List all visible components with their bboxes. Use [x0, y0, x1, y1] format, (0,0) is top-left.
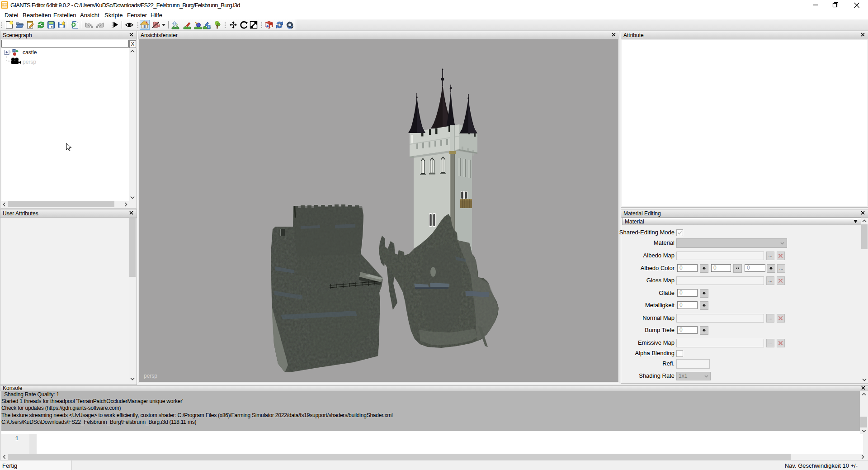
- svg-text:B: B: [270, 24, 273, 28]
- svg-text:castle: castle: [23, 49, 37, 56]
- svg-text:A: A: [266, 24, 269, 28]
- svg-text:persp: persp: [23, 59, 36, 65]
